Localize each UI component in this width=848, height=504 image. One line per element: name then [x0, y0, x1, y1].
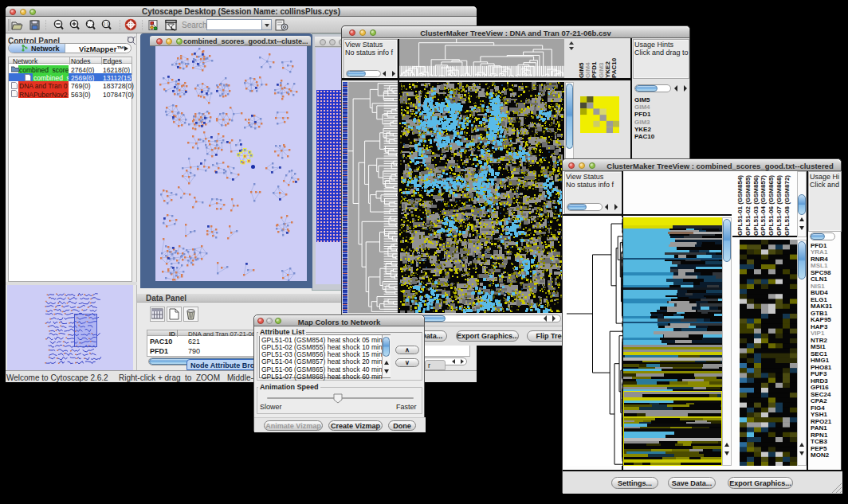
svg-text:Search:: Search: — [182, 21, 209, 29]
svg-text:1:1: 1:1 — [104, 21, 109, 26]
